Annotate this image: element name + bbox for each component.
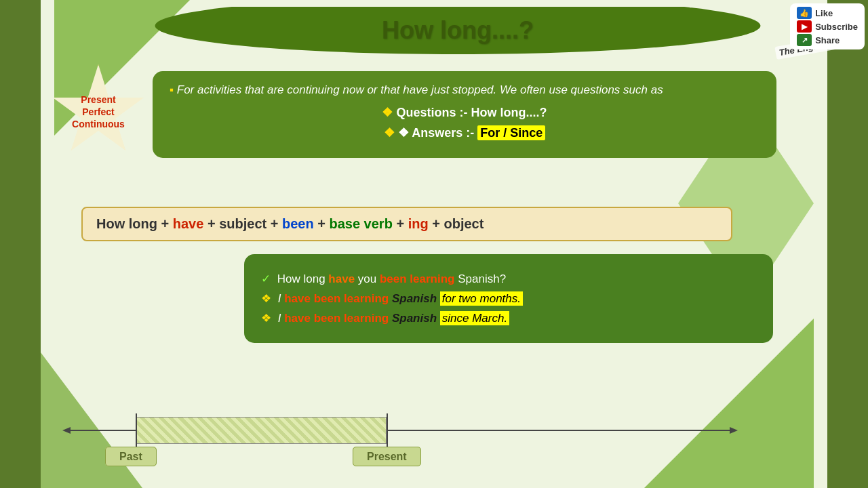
ex-s1-i: I xyxy=(278,292,284,305)
ex-s1-highlight: for two months. xyxy=(440,291,523,306)
ex-s2-spanish: Spanish xyxy=(389,312,440,325)
starburst-text: Present Perfect Continuous xyxy=(51,64,146,159)
ex-s2-i: I xyxy=(278,312,284,325)
title-banner: How long....? xyxy=(136,7,780,54)
subscribe-label: Subscribe xyxy=(815,22,858,32)
checkmark-icon: ✓ xyxy=(261,272,271,285)
example-question-line: ✓ How long have you been learning Spanis… xyxy=(261,272,756,286)
diamond-icon-1: ❖ xyxy=(261,292,271,305)
timeline-line xyxy=(68,413,732,447)
starburst-badge: Present Perfect Continuous xyxy=(51,64,146,159)
starburst-line2: Perfect xyxy=(82,106,114,118)
questions-line: Questions :- How long....? xyxy=(170,105,760,120)
formula-how-long: How long + xyxy=(96,216,173,231)
ex-q-have: have xyxy=(328,272,355,285)
ex-s1-spanish: Spanish xyxy=(389,292,440,305)
subscribe-button[interactable]: ▶ Subscribe xyxy=(797,20,858,33)
example-sentence2-line: ❖ I have been learning Spanish since Mar… xyxy=(261,311,756,325)
label-present: Present xyxy=(353,451,421,463)
info-description: For activities that are continuing now o… xyxy=(170,83,760,97)
example-box: ✓ How long have you been learning Spanis… xyxy=(244,254,773,343)
answers-line: ❖ Answers :- For / Since xyxy=(170,125,760,140)
answers-prefix: ❖ Answers :- xyxy=(398,126,477,140)
social-buttons-panel: 👍 Like ▶ Subscribe ↗ Share xyxy=(790,3,865,49)
formula-base-verb: base verb xyxy=(329,216,392,231)
share-button[interactable]: ↗ Share xyxy=(797,34,840,46)
past-label: Past xyxy=(105,447,157,466)
share-icon: ↗ xyxy=(797,34,812,46)
diamond-icon-2: ❖ xyxy=(261,312,271,325)
formula-subject: + subject + xyxy=(203,216,282,231)
label-past: Past xyxy=(105,451,157,463)
formula-ing: + xyxy=(393,216,408,231)
timeline-hatch xyxy=(136,417,387,444)
example-sentence1-line: ❖ I have been learning Spanish for two m… xyxy=(261,291,756,306)
present-label: Present xyxy=(353,447,421,466)
timeline-tick-left xyxy=(136,413,137,447)
formula-object: + object xyxy=(429,216,484,231)
for-since-highlight: For / Since xyxy=(477,125,545,140)
ex-s1-hbl: have been learning xyxy=(284,292,389,305)
like-button[interactable]: 👍 Like xyxy=(797,7,833,19)
ex-q-suffix: Spanish? xyxy=(454,272,506,285)
page-title: How long....? xyxy=(382,16,534,45)
ex-s2-highlight: since March. xyxy=(440,311,509,325)
formula-box: How long + have + subject + been + base … xyxy=(81,207,732,241)
ex-q-been-learning: been learning xyxy=(380,272,455,285)
timeline: Past Present xyxy=(68,413,732,451)
formula-have: have xyxy=(173,216,204,231)
starburst-line3: Continuous xyxy=(72,118,125,130)
ex-q-prefix: How long xyxy=(277,272,329,285)
formula-plus: + xyxy=(314,216,330,231)
formula-been: been xyxy=(282,216,314,231)
share-label: Share xyxy=(815,35,840,45)
formula-ing-word: ing xyxy=(408,216,429,231)
starburst-line1: Present xyxy=(81,94,115,106)
ex-s2-hbl: have been learning xyxy=(284,312,389,325)
subscribe-icon: ▶ xyxy=(797,20,812,33)
info-box: For activities that are continuing now o… xyxy=(153,71,776,158)
ex-q-you: you xyxy=(355,272,380,285)
timeline-tick-right xyxy=(387,413,388,447)
like-label: Like xyxy=(815,8,833,18)
like-icon: 👍 xyxy=(797,7,812,19)
